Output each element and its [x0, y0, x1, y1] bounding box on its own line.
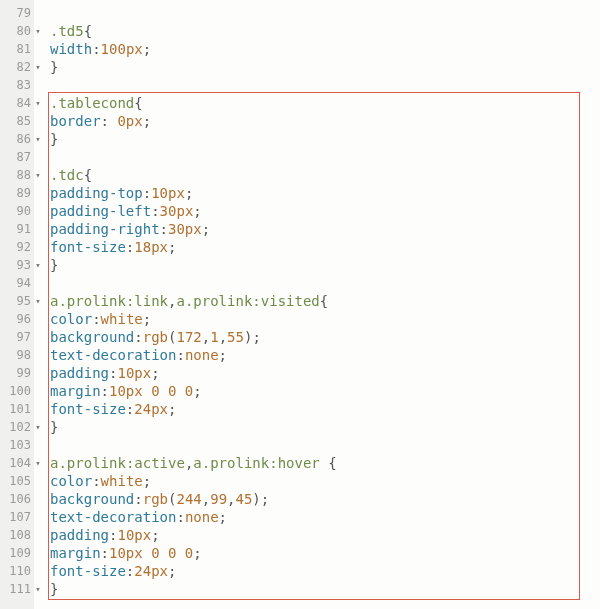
token-prop: padding-left	[50, 203, 151, 219]
token-punct: :	[160, 221, 168, 237]
code-line[interactable]	[50, 436, 600, 454]
token-num: 172	[176, 329, 201, 345]
line-number[interactable]: 99	[0, 364, 34, 382]
fold-toggle-icon[interactable]: ▾	[34, 58, 42, 76]
line-number[interactable]: 107	[0, 508, 34, 526]
line-number[interactable]: 95▾	[0, 292, 34, 310]
line-number[interactable]: 100	[0, 382, 34, 400]
line-number[interactable]: 108	[0, 526, 34, 544]
code-line[interactable]	[50, 76, 600, 94]
code-area[interactable]: .td5{width:100px;}.tablecond{border: 0px…	[46, 0, 600, 609]
code-line[interactable]: margin:10px 0 0 0;	[50, 544, 600, 562]
line-number[interactable]: 79	[0, 4, 34, 22]
code-line[interactable]: padding:10px;	[50, 526, 600, 544]
line-number[interactable]: 96	[0, 310, 34, 328]
code-line[interactable]: color:white;	[50, 472, 600, 490]
code-line[interactable]: .tablecond{	[50, 94, 600, 112]
line-number-gutter[interactable]: 7980▾8182▾8384▾8586▾8788▾8990919293▾9495…	[0, 0, 34, 609]
code-line[interactable]: .tdc{	[50, 166, 600, 184]
token-num: 99	[210, 491, 227, 507]
fold-toggle-icon[interactable]: ▾	[34, 256, 42, 274]
line-number[interactable]: 97	[0, 328, 34, 346]
token-sel: :link	[126, 293, 168, 309]
code-line[interactable]: background:rgb(172,1,55);	[50, 328, 600, 346]
code-line[interactable]: background:rgb(244,99,45);	[50, 490, 600, 508]
line-number[interactable]: 88▾	[0, 166, 34, 184]
token-val: 10px 0 0 0	[109, 545, 193, 561]
fold-toggle-icon[interactable]: ▾	[34, 292, 42, 310]
line-number[interactable]: 81	[0, 40, 34, 58]
line-number[interactable]: 89	[0, 184, 34, 202]
code-line[interactable]: }	[50, 130, 600, 148]
line-number[interactable]: 106	[0, 490, 34, 508]
line-number[interactable]: 92	[0, 238, 34, 256]
token-punct: ;	[219, 509, 227, 525]
code-line[interactable]: color:white;	[50, 310, 600, 328]
line-number[interactable]: 84▾	[0, 94, 34, 112]
line-number[interactable]: 90	[0, 202, 34, 220]
line-number[interactable]: 103	[0, 436, 34, 454]
code-line[interactable]: text-decoration:none;	[50, 508, 600, 526]
line-number[interactable]: 80▾	[0, 22, 34, 40]
line-number[interactable]: 102▾	[0, 418, 34, 436]
line-number[interactable]: 94	[0, 274, 34, 292]
token-val: 100px	[101, 41, 143, 57]
token-num: 1	[210, 329, 218, 345]
fold-toggle-icon[interactable]: ▾	[34, 454, 42, 472]
code-line[interactable]: .td5{	[50, 22, 600, 40]
line-number[interactable]: 83	[0, 76, 34, 94]
line-number[interactable]: 109	[0, 544, 34, 562]
code-line[interactable]: text-decoration:none;	[50, 346, 600, 364]
code-line[interactable]	[50, 148, 600, 166]
fold-toggle-icon[interactable]: ▾	[34, 418, 42, 436]
fold-toggle-icon[interactable]: ▾	[34, 94, 42, 112]
line-number[interactable]: 104▾	[0, 454, 34, 472]
code-line[interactable]: padding-top:10px;	[50, 184, 600, 202]
token-punct: ;	[168, 239, 176, 255]
line-number[interactable]: 87	[0, 148, 34, 166]
fold-toggle-icon[interactable]: ▾	[34, 22, 42, 40]
token-punct: ;	[143, 473, 151, 489]
line-number[interactable]: 101	[0, 400, 34, 418]
code-line[interactable]: padding-left:30px;	[50, 202, 600, 220]
token-val: 10px	[151, 185, 185, 201]
token-punct: :	[134, 329, 142, 345]
token-prop: padding-right	[50, 221, 160, 237]
line-number[interactable]: 82▾	[0, 58, 34, 76]
code-line[interactable]: width:100px;	[50, 40, 600, 58]
line-number[interactable]: 111▾	[0, 580, 34, 598]
line-number[interactable]: 93▾	[0, 256, 34, 274]
code-line[interactable]: font-size:24px;	[50, 400, 600, 418]
code-line[interactable]	[50, 274, 600, 292]
token-sel: .td5	[50, 23, 84, 39]
fold-toggle-icon[interactable]: ▾	[34, 166, 42, 184]
line-number[interactable]: 105	[0, 472, 34, 490]
fold-toggle-icon[interactable]: ▾	[34, 580, 42, 598]
code-line[interactable]: font-size:18px;	[50, 238, 600, 256]
line-number[interactable]: 86▾	[0, 130, 34, 148]
line-number[interactable]: 85	[0, 112, 34, 130]
line-number[interactable]: 110	[0, 562, 34, 580]
code-line[interactable]: a.prolink:link,a.prolink:visited{	[50, 292, 600, 310]
line-number[interactable]: 91	[0, 220, 34, 238]
code-editor[interactable]: 7980▾8182▾8384▾8586▾8788▾8990919293▾9495…	[0, 0, 600, 609]
token-punct: ;	[151, 365, 159, 381]
code-line[interactable]: padding:10px;	[50, 364, 600, 382]
code-line[interactable]: margin:10px 0 0 0;	[50, 382, 600, 400]
code-line[interactable]	[50, 4, 600, 22]
code-line[interactable]: a.prolink:active,a.prolink:hover {	[50, 454, 600, 472]
token-val: 0px	[117, 113, 142, 129]
code-line[interactable]: }	[50, 580, 600, 598]
code-line[interactable]: border: 0px;	[50, 112, 600, 130]
code-line[interactable]: padding-right:30px;	[50, 220, 600, 238]
code-line[interactable]: }	[50, 58, 600, 76]
fold-toggle-icon[interactable]: ▾	[34, 130, 42, 148]
code-line[interactable]: }	[50, 256, 600, 274]
token-punct: ;	[193, 383, 201, 399]
token-punct: :	[92, 473, 100, 489]
line-number[interactable]: 98	[0, 346, 34, 364]
code-line[interactable]: }	[50, 418, 600, 436]
token-val: 10px 0 0 0	[109, 383, 193, 399]
token-punct: ;	[252, 329, 260, 345]
code-line[interactable]: font-size:24px;	[50, 562, 600, 580]
